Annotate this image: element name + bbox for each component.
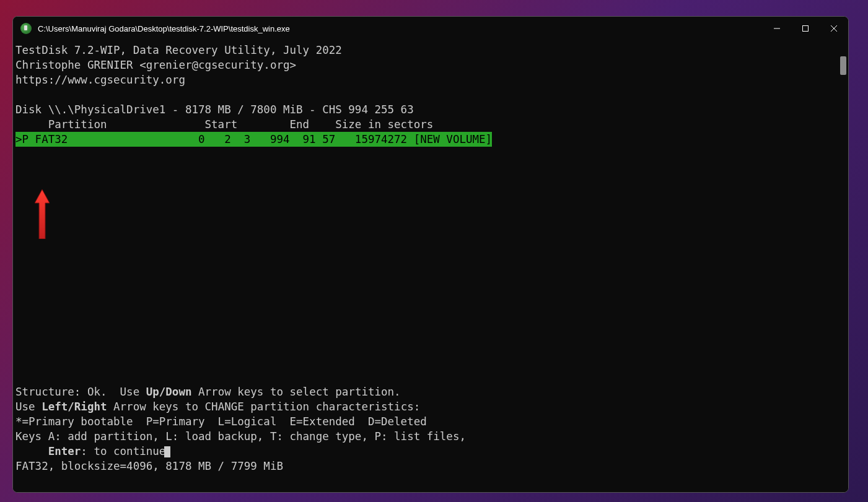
terminal-window: C:\Users\Manuviraj Godara\Desktop\testdi… [12, 16, 849, 493]
header-line2: Christophe GRENIER <grenier@cgsecurity.o… [15, 59, 296, 71]
terminal-content: TestDisk 7.2-WIP, Data Recovery Utility,… [13, 40, 848, 476]
keys-line: Keys A: add partition, L: load backup, T… [15, 430, 466, 443]
maximize-button[interactable] [791, 17, 820, 40]
minimize-button[interactable] [763, 17, 791, 40]
use-line: Use Left/Right Arrow keys to CHANGE part… [15, 400, 420, 413]
structure-line: Structure: Ok. Use Up/Down Arrow keys to… [15, 386, 401, 398]
disk-info: Disk \\.\PhysicalDrive1 - 8178 MB / 7800… [15, 103, 414, 116]
window-title: C:\Users\Manuviraj Godara\Desktop\testdi… [38, 24, 763, 33]
svg-marker-4 [35, 189, 50, 239]
partition-row-selected[interactable]: >P FAT32 0 2 3 994 91 57 15974272 [NEW V… [15, 132, 492, 147]
fsinfo-line: FAT32, blocksize=4096, 8178 MB / 7799 Mi… [15, 460, 283, 472]
close-button[interactable] [820, 17, 848, 40]
window-controls [763, 17, 848, 40]
terminal-body[interactable]: TestDisk 7.2-WIP, Data Recovery Utility,… [13, 40, 848, 492]
header-line3: https://www.cgsecurity.org [15, 74, 185, 86]
enter-line: Enter: to continue [15, 445, 170, 457]
scrollbar-thumb[interactable] [840, 56, 846, 75]
legend-line: *=Primary bootable P=Primary L=Logical E… [15, 415, 427, 428]
titlebar: C:\Users\Manuviraj Godara\Desktop\testdi… [13, 17, 848, 40]
app-icon [20, 23, 32, 34]
red-arrow-icon [35, 189, 50, 239]
header-line1: TestDisk 7.2-WIP, Data Recovery Utility,… [15, 44, 342, 56]
cursor-icon [164, 446, 170, 457]
svg-rect-1 [803, 26, 809, 32]
scrollbar-track[interactable] [840, 41, 847, 491]
table-header: Partition Start End Size in sectors [15, 118, 433, 131]
